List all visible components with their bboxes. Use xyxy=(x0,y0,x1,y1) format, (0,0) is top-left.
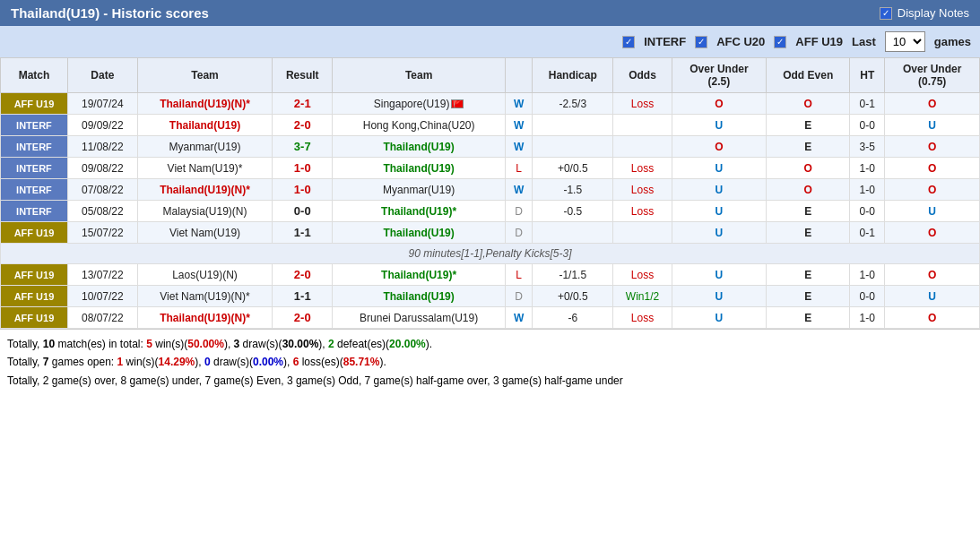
col-over-under-25: Over Under(2.5) xyxy=(672,58,767,93)
ht-cell: 0-0 xyxy=(850,286,885,307)
result-cell: 2-0 xyxy=(273,307,333,329)
header: Thailand(U19) - Historic scores ✓ Displa… xyxy=(0,0,980,26)
odd-even-cell: O xyxy=(767,93,850,115)
outcome-cell: W xyxy=(506,115,533,136)
ht-ou-cell: U xyxy=(885,115,980,136)
odds-cell xyxy=(613,222,672,244)
team1-cell: Thailand(U19)(N)* xyxy=(137,93,273,115)
table-row: AFF U19 19/07/24 Thailand(U19)(N)* 2-1 S… xyxy=(1,93,980,115)
result-cell: 1-1 xyxy=(273,286,333,307)
ht-ou-cell: O xyxy=(885,264,980,286)
result-cell: 3-7 xyxy=(273,136,333,158)
summary-section: Totally, 10 match(es) in total: 5 win(s)… xyxy=(0,329,980,395)
table-row: INTERF 07/08/22 Thailand(U19)(N)* 1-0 My… xyxy=(1,179,980,201)
ht-cell: 3-5 xyxy=(850,136,885,158)
col-handicap: Handicap xyxy=(533,58,613,93)
result-cell: 1-0 xyxy=(273,158,333,179)
handicap-cell xyxy=(533,222,613,244)
ht-cell: 1-0 xyxy=(850,264,885,286)
odds-cell xyxy=(613,115,672,136)
over-under-cell: U xyxy=(672,179,767,201)
header-right: ✓ Display Notes xyxy=(880,6,969,20)
ht-ou-cell: U xyxy=(885,201,980,222)
result-cell: 1-1 xyxy=(273,222,333,244)
team2-cell: Singapore(U19)🚩 xyxy=(333,93,506,115)
handicap-cell: -0.5 xyxy=(533,201,613,222)
outcome-cell: D xyxy=(506,222,533,244)
table-row: INTERF 05/08/22 Malaysia(U19)(N) 0-0 Tha… xyxy=(1,201,980,222)
odds-cell: Loss xyxy=(613,179,672,201)
col-over-under-075: Over Under(0.75) xyxy=(885,58,980,93)
match-type-cell: INTERF xyxy=(1,115,68,136)
handicap-cell: +0/0.5 xyxy=(533,158,613,179)
col-outcome xyxy=(506,58,533,93)
date-cell: 05/08/22 xyxy=(67,201,137,222)
col-team2: Team xyxy=(333,58,506,93)
ht-cell: 1-0 xyxy=(850,158,885,179)
ht-ou-cell: U xyxy=(885,286,980,307)
checkbox-display-notes[interactable]: ✓ xyxy=(880,7,892,20)
col-odd-even: Odd Even xyxy=(767,58,850,93)
team2-cell: Brunei Darussalam(U19) xyxy=(333,307,506,329)
match-type-cell: INTERF xyxy=(1,158,68,179)
header-title: Thailand(U19) - Historic scores xyxy=(11,5,209,21)
col-match: Match xyxy=(1,58,68,93)
result-cell: 1-0 xyxy=(273,179,333,201)
outcome-cell: W xyxy=(506,179,533,201)
over-under-cell: O xyxy=(672,93,767,115)
filter-bar: ✓ INTERF ✓ AFC U20 ✓ AFF U19 Last 10 20 … xyxy=(0,26,980,57)
checkbox-afc-u20[interactable]: ✓ xyxy=(695,36,707,48)
ht-ou-cell: O xyxy=(885,136,980,158)
last-games-select[interactable]: 10 20 30 50 xyxy=(885,31,925,52)
team1-cell: Malaysia(U19)(N) xyxy=(137,201,273,222)
team2-cell: Thailand(U19) xyxy=(333,136,506,158)
odds-cell xyxy=(613,136,672,158)
games-label: games xyxy=(934,35,971,48)
odds-cell: Loss xyxy=(613,201,672,222)
odd-even-cell: E xyxy=(767,264,850,286)
team1-cell: Laos(U19)(N) xyxy=(137,264,273,286)
table-row: INTERF 09/08/22 Viet Nam(U19)* 1-0 Thail… xyxy=(1,158,980,179)
team2-cell: Thailand(U19) xyxy=(333,158,506,179)
match-type-cell: AFF U19 xyxy=(1,286,68,307)
team1-cell: Viet Nam(U19) xyxy=(137,222,273,244)
col-date: Date xyxy=(67,58,137,93)
over-under-cell: U xyxy=(672,115,767,136)
handicap-cell: -6 xyxy=(533,307,613,329)
odd-even-cell: E xyxy=(767,307,850,329)
table-row: AFF U19 08/07/22 Thailand(U19)(N)* 2-0 B… xyxy=(1,307,980,329)
table-row: INTERF 11/08/22 Myanmar(U19) 3-7 Thailan… xyxy=(1,136,980,158)
odds-cell: Loss xyxy=(613,307,672,329)
date-cell: 07/08/22 xyxy=(67,179,137,201)
last-label: Last xyxy=(852,35,876,48)
handicap-cell xyxy=(533,115,613,136)
odds-cell: Loss xyxy=(613,158,672,179)
handicap-cell xyxy=(533,136,613,158)
scores-table: Match Date Team Result Team Handicap Odd… xyxy=(0,57,980,329)
ht-ou-cell: O xyxy=(885,158,980,179)
over-under-cell: U xyxy=(672,264,767,286)
table-row: AFF U19 15/07/22 Viet Nam(U19) 1-1 Thail… xyxy=(1,222,980,244)
match-type-cell: INTERF xyxy=(1,136,68,158)
outcome-cell: D xyxy=(506,286,533,307)
aff-u19-label: AFF U19 xyxy=(795,35,843,48)
over-under-cell: U xyxy=(672,158,767,179)
ht-ou-cell: O xyxy=(885,179,980,201)
odd-even-cell: E xyxy=(767,115,850,136)
odd-even-cell: O xyxy=(767,158,850,179)
team2-cell: Thailand(U19) xyxy=(333,222,506,244)
handicap-cell: -1.5 xyxy=(533,179,613,201)
team2-cell: Myanmar(U19) xyxy=(333,179,506,201)
checkbox-aff-u19[interactable]: ✓ xyxy=(774,36,786,48)
odd-even-cell: E xyxy=(767,136,850,158)
date-cell: 10/07/22 xyxy=(67,286,137,307)
result-cell: 2-0 xyxy=(273,264,333,286)
team1-cell: Thailand(U19)(N)* xyxy=(137,179,273,201)
team1-cell: Thailand(U19) xyxy=(137,115,273,136)
date-cell: 08/07/22 xyxy=(67,307,137,329)
over-under-cell: U xyxy=(672,286,767,307)
checkbox-interf[interactable]: ✓ xyxy=(622,36,635,48)
outcome-cell: L xyxy=(506,264,533,286)
ht-ou-cell: O xyxy=(885,93,980,115)
ht-cell: 1-0 xyxy=(850,307,885,329)
